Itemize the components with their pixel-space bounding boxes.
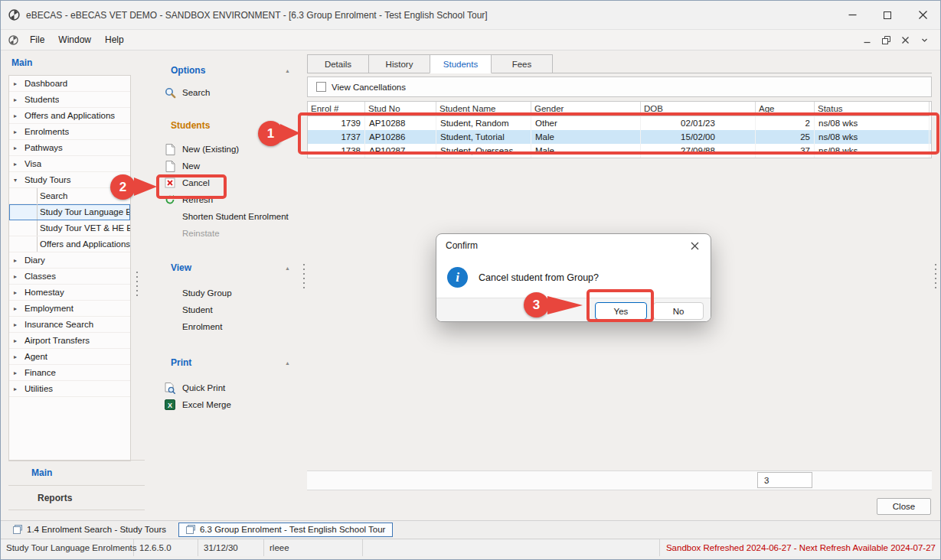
sidebar-item-employment[interactable]: ▸Employment bbox=[9, 301, 130, 317]
menu-window[interactable]: Window bbox=[51, 30, 98, 50]
dialog-titlebar: Confirm bbox=[436, 234, 711, 257]
dialog-body: i Cancel student from Group? bbox=[436, 257, 711, 298]
minimize-icon[interactable] bbox=[835, 1, 870, 29]
view-cancellations-panel: View Cancellations bbox=[307, 77, 932, 97]
chevron-right-icon: ▸ bbox=[14, 80, 25, 87]
table-row[interactable]: 1738 AP10287 Student, Overseas Male 27/0… bbox=[308, 144, 931, 158]
nav-group-reports[interactable]: Reports bbox=[8, 485, 145, 510]
action-excel-merge[interactable]: X Excel Merge bbox=[150, 396, 301, 413]
splitter-grip[interactable] bbox=[136, 270, 139, 296]
collapse-arrow-icon[interactable]: ▲ bbox=[285, 68, 290, 73]
sidebar-item-utilities[interactable]: ▸Utilities bbox=[9, 381, 130, 397]
collapse-arrow-icon[interactable]: ▲ bbox=[285, 360, 290, 366]
print-preview-icon bbox=[164, 382, 176, 394]
section-options: Options ▲ bbox=[150, 63, 301, 78]
action-study-group[interactable]: Study Group bbox=[150, 285, 301, 301]
action-new[interactable]: New bbox=[150, 158, 301, 174]
yes-button[interactable]: Yes bbox=[595, 302, 647, 320]
window-title: eBECAS - eBECAS VET DEMO - SANDBOX ENVIR… bbox=[26, 10, 488, 21]
chevron-right-icon: ▸ bbox=[14, 96, 25, 103]
menu-help[interactable]: Help bbox=[98, 30, 131, 50]
document-icon bbox=[164, 143, 176, 155]
chevron-down-icon: ▾ bbox=[14, 177, 25, 184]
chevron-down-icon[interactable] bbox=[916, 32, 933, 47]
action-search[interactable]: Search bbox=[150, 84, 301, 101]
mdi-restore-icon[interactable] bbox=[877, 32, 894, 47]
column-header[interactable]: Student Name bbox=[436, 102, 531, 116]
action-cancel[interactable]: Cancel bbox=[150, 174, 301, 191]
table-row-selected[interactable]: 1737 AP10286 Student, Tutorial Male 15/0… bbox=[308, 130, 931, 144]
action-shorten-student-enrolment[interactable]: Shorten Student Enrolment bbox=[150, 208, 301, 225]
status-spacer bbox=[363, 539, 660, 556]
sidebar-item-offers-and-applications-sub[interactable]: Offers and Applications bbox=[9, 236, 130, 252]
sidebar-item-airport-transfers[interactable]: ▸Airport Transfers bbox=[9, 333, 130, 349]
sidebar-item-classes[interactable]: ▸Classes bbox=[9, 269, 130, 285]
status-user: rleee bbox=[264, 539, 363, 556]
sidebar-item-study-tour-language-enrolments[interactable]: Study Tour Language E bbox=[9, 204, 130, 220]
column-header[interactable]: Enrol # bbox=[308, 102, 365, 116]
column-header[interactable]: Status bbox=[815, 102, 930, 116]
sidebar-item-dashboard[interactable]: ▸Dashboard bbox=[9, 76, 130, 92]
maximize-icon[interactable] bbox=[870, 1, 905, 29]
doc-tab-enrolment-search[interactable]: 1.4 Enrolment Search - Study Tours bbox=[5, 523, 174, 537]
chevron-right-icon: ▸ bbox=[14, 145, 25, 151]
column-header[interactable]: Gender bbox=[531, 102, 641, 116]
action-quick-print[interactable]: Quick Print bbox=[150, 379, 301, 396]
tab-details[interactable]: Details bbox=[307, 54, 369, 73]
column-header[interactable]: Stud No bbox=[365, 102, 436, 116]
sidebar-item-agent[interactable]: ▸Agent bbox=[9, 349, 130, 365]
action-refresh[interactable]: Refresh bbox=[150, 191, 301, 208]
view-cancellations-checkbox[interactable] bbox=[316, 82, 326, 92]
tab-fees[interactable]: Fees bbox=[491, 54, 553, 73]
action-enrolment[interactable]: Enrolment bbox=[150, 318, 301, 335]
chevron-right-icon: ▸ bbox=[14, 112, 25, 119]
statusbar: Study Tour Language Enrolments 12.6.5.0 … bbox=[1, 539, 941, 556]
column-header[interactable]: DOB bbox=[641, 102, 756, 116]
no-button[interactable]: No bbox=[653, 302, 704, 320]
section-print: Print ▲ bbox=[150, 355, 301, 370]
nav-group-main[interactable]: Main bbox=[8, 460, 145, 485]
mdi-minimize-icon[interactable] bbox=[858, 32, 875, 47]
nav-groups: Main Reports bbox=[8, 460, 145, 510]
tab-history[interactable]: History bbox=[368, 54, 430, 73]
footer-band bbox=[307, 470, 932, 490]
sidebar-item-students[interactable]: ▸Students bbox=[9, 92, 130, 108]
chevron-right-icon: ▸ bbox=[14, 386, 25, 392]
sidebar-item-study-tour-vet-he-enrolments[interactable]: Study Tour VET & HE Er bbox=[9, 220, 130, 236]
sidebar-item-insurance-search[interactable]: ▸Insurance Search bbox=[9, 317, 130, 333]
action-reinstate[interactable]: Reinstate bbox=[150, 225, 301, 242]
annotation-arrow-icon bbox=[134, 177, 157, 196]
close-button[interactable]: Close bbox=[877, 498, 931, 515]
dialog-close-icon[interactable] bbox=[678, 234, 711, 257]
chevron-right-icon: ▸ bbox=[14, 370, 25, 376]
mdi-close-icon[interactable] bbox=[897, 32, 913, 47]
sidebar-item-pathways[interactable]: ▸Pathways bbox=[9, 140, 130, 156]
sidebar-item-homestay[interactable]: ▸Homestay bbox=[9, 285, 130, 301]
chevron-right-icon: ▸ bbox=[14, 353, 25, 360]
table-header: Enrol # Stud No Student Name Gender DOB … bbox=[308, 102, 931, 116]
chevron-right-icon: ▸ bbox=[14, 305, 25, 312]
section-view: View ▲ bbox=[150, 260, 301, 275]
splitter-grip[interactable] bbox=[934, 262, 937, 288]
tab-students[interactable]: Students bbox=[430, 54, 492, 73]
menu-file[interactable]: File bbox=[23, 30, 51, 50]
collapse-arrow-icon[interactable]: ▲ bbox=[285, 265, 290, 271]
chevron-right-icon: ▸ bbox=[14, 273, 25, 280]
sidebar-item-visa[interactable]: ▸Visa bbox=[9, 156, 130, 172]
column-header[interactable]: Age bbox=[756, 102, 815, 116]
splitter-grip[interactable] bbox=[302, 262, 305, 288]
annotation-step-3: 3 bbox=[524, 292, 549, 317]
close-icon[interactable] bbox=[905, 1, 940, 29]
record-count-field[interactable]: 3 bbox=[757, 472, 812, 488]
table-row[interactable]: 1739 AP10288 Student, Random Other 02/01… bbox=[308, 116, 931, 130]
sidebar-item-diary[interactable]: ▸Diary bbox=[9, 252, 130, 269]
doc-tab-group-enrolment[interactable]: 6.3 Group Enrolment - Test English Schoo… bbox=[178, 523, 393, 537]
chevron-right-icon: ▸ bbox=[14, 289, 25, 296]
action-student[interactable]: Student bbox=[150, 301, 301, 318]
status-version: 12.6.5.0 bbox=[134, 539, 198, 556]
sidebar-item-enrolments[interactable]: ▸Enrolments bbox=[9, 124, 130, 140]
main-nav-list: ▸Dashboard ▸Students ▸Offers and Applica… bbox=[8, 75, 131, 461]
sidebar-item-finance[interactable]: ▸Finance bbox=[9, 365, 130, 381]
mdi-window-controls bbox=[858, 32, 940, 47]
sidebar-item-offers-and-applications[interactable]: ▸Offers and Applications bbox=[9, 108, 130, 124]
